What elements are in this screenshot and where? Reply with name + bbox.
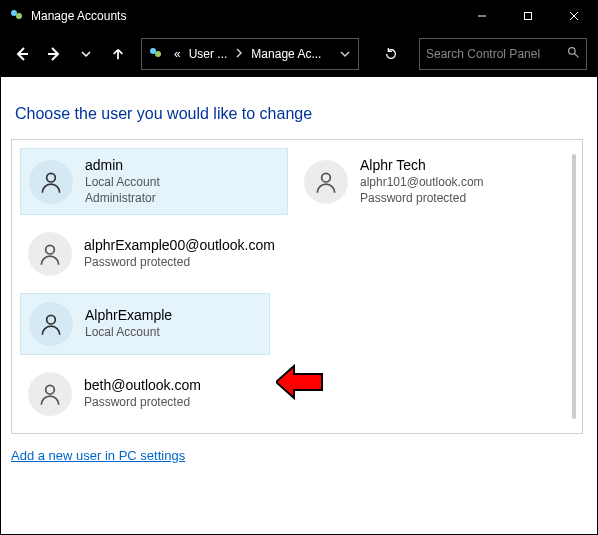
user-icon — [28, 232, 72, 276]
account-line: Administrator — [85, 191, 160, 207]
svg-point-13 — [322, 173, 331, 182]
account-name: AlphrExample — [85, 307, 172, 323]
svg-point-10 — [569, 48, 576, 55]
account-info: beth@outlook.com Password protected — [84, 377, 201, 411]
user-icon — [28, 372, 72, 416]
user-icon — [304, 160, 348, 204]
account-tile-alphrexample[interactable]: AlphrExample Local Account — [20, 293, 270, 355]
add-user-link[interactable]: Add a new user in PC settings — [11, 448, 185, 463]
svg-point-12 — [47, 173, 56, 182]
address-icon — [142, 46, 170, 62]
account-name: admin — [85, 157, 160, 173]
svg-marker-17 — [276, 366, 322, 398]
up-button[interactable] — [103, 38, 133, 70]
account-tile-beth[interactable]: beth@outlook.com Password protected — [20, 363, 270, 425]
address-history-chevron[interactable]: « — [170, 47, 185, 61]
user-icon — [29, 302, 73, 346]
svg-point-15 — [47, 316, 56, 325]
account-tile-admin[interactable]: admin Local Account Administrator — [20, 148, 288, 215]
search-input[interactable]: Search Control Panel — [419, 38, 587, 70]
recent-locations-button[interactable] — [71, 38, 101, 70]
window-title: Manage Accounts — [31, 9, 126, 23]
nav-bar: « User ... Manage Ac... Search Control P… — [1, 31, 597, 77]
chevron-right-icon — [231, 47, 247, 61]
svg-line-11 — [574, 53, 578, 57]
svg-point-8 — [150, 48, 156, 54]
account-info: AlphrExample Local Account — [85, 307, 172, 341]
account-line: Password protected — [84, 255, 275, 271]
svg-point-16 — [46, 386, 55, 395]
account-line: alphr101@outlook.com — [360, 175, 484, 191]
svg-rect-3 — [525, 13, 532, 20]
refresh-button[interactable] — [373, 47, 409, 61]
red-arrow-callout — [276, 364, 324, 400]
page-heading: Choose the user you would like to change — [15, 105, 589, 123]
address-segment-1[interactable]: User ... — [185, 47, 232, 61]
app-icon — [9, 8, 25, 24]
account-line: Local Account — [85, 175, 160, 191]
account-line: Password protected — [84, 395, 201, 411]
address-bar[interactable]: « User ... Manage Ac... — [141, 38, 359, 70]
user-icon — [29, 160, 73, 204]
search-placeholder: Search Control Panel — [426, 47, 567, 61]
account-info: admin Local Account Administrator — [85, 157, 160, 206]
account-info: Alphr Tech alphr101@outlook.com Password… — [360, 157, 484, 206]
maximize-button[interactable] — [505, 1, 551, 31]
panel-scrollbar[interactable] — [572, 154, 576, 419]
account-name: alphrExample00@outlook.com — [84, 237, 275, 253]
minimize-button[interactable] — [459, 1, 505, 31]
account-line: Password protected — [360, 191, 484, 207]
svg-point-14 — [46, 246, 55, 255]
account-tile-alphr-tech[interactable]: Alphr Tech alphr101@outlook.com Password… — [296, 148, 564, 215]
window-controls — [459, 1, 597, 31]
search-icon — [567, 46, 580, 62]
svg-point-9 — [155, 51, 161, 57]
title-bar: Manage Accounts — [1, 1, 597, 31]
forward-button[interactable] — [39, 38, 69, 70]
account-info: alphrExample00@outlook.com Password prot… — [84, 237, 275, 271]
address-dropdown-button[interactable] — [332, 49, 358, 59]
close-button[interactable] — [551, 1, 597, 31]
back-button[interactable] — [7, 38, 37, 70]
account-name: Alphr Tech — [360, 157, 484, 173]
address-segment-2[interactable]: Manage Ac... — [247, 47, 325, 61]
account-name: beth@outlook.com — [84, 377, 201, 393]
account-line: Local Account — [85, 325, 172, 341]
svg-point-1 — [16, 13, 22, 19]
account-tile-alphrexample00[interactable]: alphrExample00@outlook.com Password prot… — [20, 223, 346, 285]
content-area: Choose the user you would like to change… — [1, 77, 597, 535]
svg-point-0 — [11, 10, 17, 16]
